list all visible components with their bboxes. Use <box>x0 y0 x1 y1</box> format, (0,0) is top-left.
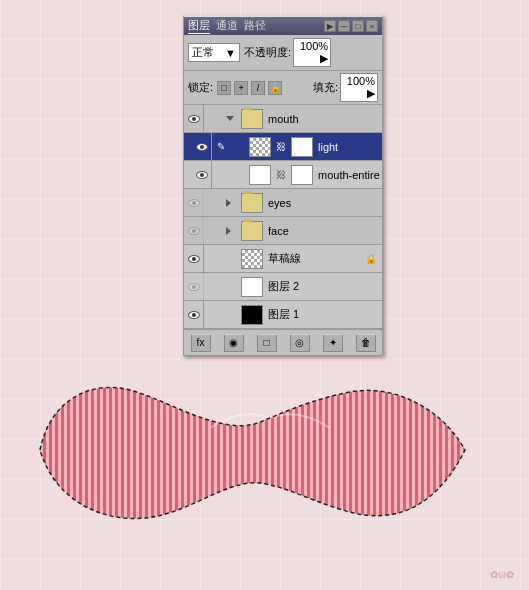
layer-row[interactable]: ⛓ mouth-entire <box>184 161 382 189</box>
brush-cell <box>212 161 230 189</box>
lock-position-button[interactable]: / <box>251 81 265 95</box>
fill-arrow: ▶ <box>367 87 375 99</box>
layer-thumbnail <box>240 276 264 298</box>
opacity-input[interactable]: 100% ▶ <box>293 38 331 67</box>
blend-mode-arrow: ▼ <box>225 47 236 59</box>
eye-toggle[interactable] <box>184 189 204 217</box>
lock-fill-row: 锁定: □ + / 🔒 填充: 100% ▶ <box>184 71 382 105</box>
blend-mode-label: 正常 <box>192 45 214 60</box>
layer-row[interactable]: 草稿線 🔒 <box>184 245 382 273</box>
expand-arrow-icon <box>226 199 235 207</box>
eye-icon <box>188 283 200 291</box>
link-icon: ⛓ <box>274 141 288 152</box>
new-layer-button[interactable]: ✦ <box>323 334 343 352</box>
lips-illustration <box>10 360 500 540</box>
layer-thumbnail <box>248 164 272 186</box>
brush-cell <box>204 301 222 329</box>
eye-toggle[interactable] <box>184 245 204 273</box>
expand-cell[interactable] <box>222 199 238 207</box>
add-mask-button[interactable]: ◉ <box>224 334 244 352</box>
layer-row[interactable]: eyes <box>184 189 382 217</box>
brush-cell <box>204 273 222 301</box>
panel-titlebar: 图层 通道 路径 ▶ ─ □ × <box>184 17 382 35</box>
layer-thumbnail <box>248 136 272 158</box>
layer-thumbnail <box>240 220 264 242</box>
eye-icon <box>188 115 200 123</box>
eye-toggle[interactable] <box>184 273 204 301</box>
layer-name: 图层 1 <box>266 307 382 322</box>
panel-controls: ▶ ─ □ × <box>324 20 378 32</box>
layer-name: 草稿線 <box>266 251 364 266</box>
layer-name: 图层 2 <box>266 279 382 294</box>
expand-arrow-icon <box>226 116 234 121</box>
lock-transparent-button[interactable]: □ <box>217 81 231 95</box>
brush-cell <box>204 245 222 273</box>
delete-layer-button[interactable]: 🗑 <box>356 334 376 352</box>
black-thumbnail <box>241 305 263 325</box>
minimize-button[interactable]: ─ <box>338 20 350 32</box>
eye-icon <box>188 311 200 319</box>
fill-value: 100% <box>347 75 375 87</box>
opacity-row: 不透明度: 100% ▶ <box>244 38 331 67</box>
mask-thumbnail <box>290 164 314 186</box>
lock-image-button[interactable]: + <box>234 81 248 95</box>
mask-thumb <box>291 137 313 157</box>
lock-badge-icon: 🔒 <box>364 252 378 266</box>
layer-thumbnail <box>240 108 264 130</box>
lock-label: 锁定: <box>188 80 213 95</box>
new-group-button[interactable]: □ <box>257 334 277 352</box>
mode-opacity-row: 正常 ▼ 不透明度: 100% ▶ <box>184 35 382 71</box>
opacity-value: 100% <box>300 40 328 52</box>
tab-layers[interactable]: 图层 <box>188 18 210 34</box>
layer-row[interactable]: 图层 2 <box>184 273 382 301</box>
new-adjustment-button[interactable]: ◎ <box>290 334 310 352</box>
layer-style-button[interactable]: fx <box>191 334 211 352</box>
lock-all-button[interactable]: 🔒 <box>268 81 282 95</box>
layers-list: mouth ✎ ⛓ light <box>184 105 382 329</box>
eye-icon <box>188 255 200 263</box>
tab-channels[interactable]: 通道 <box>216 18 238 34</box>
checker-thumbnail <box>249 137 271 157</box>
expand-cell[interactable] <box>222 227 238 235</box>
layer-thumbnail <box>240 304 264 326</box>
mask-thumb <box>291 165 313 185</box>
watermark: ✿ω✿ <box>490 569 514 580</box>
watermark-text: ✿ω✿ <box>490 569 514 580</box>
white-thumbnail <box>241 277 263 297</box>
expand-cell[interactable] <box>222 116 238 121</box>
layer-row[interactable]: mouth <box>184 105 382 133</box>
layer-name: mouth <box>266 113 382 125</box>
eye-icon <box>196 143 208 151</box>
layer-row[interactable]: 图层 1 <box>184 301 382 329</box>
panel-footer: fx ◉ □ ◎ ✦ 🗑 <box>184 329 382 355</box>
eye-toggle[interactable] <box>184 217 204 245</box>
close-button[interactable]: × <box>366 20 378 32</box>
eye-icon <box>196 171 208 179</box>
eye-toggle[interactable] <box>192 133 212 161</box>
fill-row: 填充: 100% ▶ <box>313 73 378 102</box>
opacity-arrow: ▶ <box>320 52 328 64</box>
checker-thumbnail <box>241 249 263 269</box>
fill-label: 填充: <box>313 80 338 95</box>
layer-name: eyes <box>266 197 382 209</box>
eye-toggle[interactable] <box>184 105 204 133</box>
fill-input[interactable]: 100% ▶ <box>340 73 378 102</box>
link-icon: ⛓ <box>274 169 288 180</box>
eye-toggle[interactable] <box>184 301 204 329</box>
brush-cell <box>204 217 222 245</box>
brush-cell: ✎ <box>212 133 230 161</box>
folder-thumbnail <box>241 193 263 213</box>
layer-row[interactable]: ✎ ⛓ light <box>184 133 382 161</box>
layer-thumbnail <box>240 248 264 270</box>
white-thumbnail <box>249 165 271 185</box>
layer-name: mouth-entire <box>316 169 382 181</box>
panel-menu-button[interactable]: ▶ <box>324 20 336 32</box>
layer-row[interactable]: face <box>184 217 382 245</box>
maximize-button[interactable]: □ <box>352 20 364 32</box>
brush-cell <box>204 189 222 217</box>
tab-paths[interactable]: 路径 <box>244 18 266 34</box>
folder-thumbnail <box>241 109 263 129</box>
eye-toggle[interactable] <box>192 161 212 189</box>
blend-mode-dropdown[interactable]: 正常 ▼ <box>188 43 240 62</box>
opacity-label: 不透明度: <box>244 45 291 60</box>
